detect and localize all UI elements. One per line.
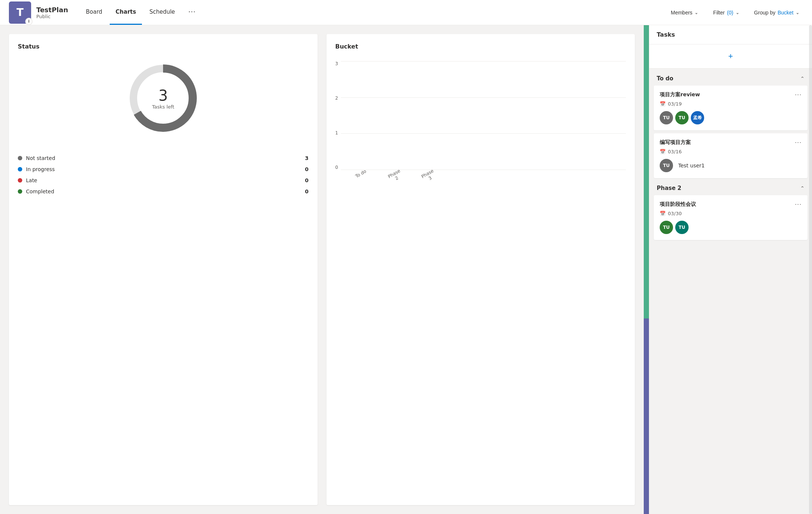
group-by-label: Group by (754, 10, 776, 16)
app-title: TestPlan (36, 6, 68, 14)
x-labels: To do Phase 2 Phase 3 (341, 170, 626, 183)
app-title-group: TestPlan Public (36, 6, 68, 19)
bucket-chart-card: Bucket 0 1 2 3 (327, 34, 635, 505)
status-legend: Not started 3 In progress 0 Late 0 (18, 155, 309, 194)
task-2-name: 编写项目方案 (660, 139, 691, 146)
bucket-phase2-chevron-icon: ⌃ (800, 185, 805, 191)
y-axis: 0 1 2 3 (335, 61, 338, 183)
members-label: Members (671, 10, 692, 16)
info-badge[interactable]: i (25, 18, 33, 25)
task-phase2-1-calendar-icon: 📅 (660, 211, 666, 216)
y-label-1: 1 (335, 130, 338, 136)
bucket-phase2-name: Phase 2 (657, 185, 682, 191)
add-task-row: + (649, 44, 812, 69)
in-progress-count: 0 (305, 166, 309, 172)
task-phase2-1-avatar-2: TU (675, 221, 689, 234)
task-phase2-1-date: 03/30 (668, 211, 682, 216)
task-1-meta: 📅 03/19 (660, 101, 802, 107)
scrollbar (809, 25, 812, 514)
tasks-content: To do ⌃ 项目方案review ··· 📅 03/19 (649, 71, 812, 514)
completed-label: Completed (26, 188, 301, 194)
task-1-calendar-icon: 📅 (660, 101, 666, 107)
completed-dot (18, 189, 22, 194)
status-chart-title: Status (18, 43, 309, 50)
y-label-3: 3 (335, 61, 338, 66)
task-1-more-button[interactable]: ··· (795, 91, 802, 99)
task-phase2-1-assignees: TU TU (660, 221, 802, 234)
y-label-2: 2 (335, 96, 338, 101)
donut-text: Tasks left (152, 104, 174, 110)
legend-item-late: Late 0 (18, 177, 309, 183)
group-by-chevron-icon: ⌄ (796, 10, 799, 15)
bucket-chart-area: 0 1 2 3 (335, 57, 626, 183)
task-2-calendar-icon: 📅 (660, 149, 666, 154)
y-label-0: 0 (335, 165, 338, 170)
task-2-assignees: TU Test user1 (660, 159, 802, 172)
bars-row (341, 61, 626, 170)
bucket-todo-chevron-icon: ⌃ (800, 76, 805, 81)
app-subtitle: Public (36, 14, 68, 19)
bucket-phase2: Phase 2 ⌃ 项目阶段性会议 ··· 📅 03/30 T (654, 181, 808, 240)
tab-schedule[interactable]: Schedule (143, 0, 181, 25)
task-1-avatar-2: TU (675, 111, 689, 124)
task-card-2: 编写项目方案 ··· 📅 03/16 TU Test user1 (654, 133, 808, 178)
task-1-date: 03/19 (668, 101, 682, 107)
legend-item-completed: Completed 0 (18, 188, 309, 194)
task-2-meta: 📅 03/16 (660, 149, 802, 154)
members-button[interactable]: Members ⌄ (667, 7, 702, 18)
bucket-todo: To do ⌃ 项目方案review ··· 📅 03/19 (654, 71, 808, 178)
tasks-header: Tasks (649, 25, 812, 44)
task-phase2-1-name: 项目阶段性会议 (660, 201, 696, 208)
task-2-assignee-name: Test user1 (678, 163, 705, 168)
tab-board[interactable]: Board (80, 0, 108, 25)
not-started-label: Not started (26, 155, 301, 161)
x-label-phase2: Phase 2 (387, 168, 405, 184)
task-1-avatar-3: 孟希 (691, 111, 704, 124)
status-donut-svg: 3 Tasks left (122, 57, 204, 139)
bucket-todo-name: To do (657, 75, 673, 82)
not-started-dot (18, 156, 22, 160)
donut-label: 3 Tasks left (152, 87, 174, 110)
charts-area: Status 3 Tasks left (0, 25, 644, 514)
filter-label: Filter (713, 10, 725, 16)
members-chevron-icon: ⌄ (695, 10, 698, 15)
filter-chevron-icon: ⌄ (736, 10, 739, 15)
task-2-more-button[interactable]: ··· (795, 139, 802, 146)
legend-item-not-started: Not started 3 (18, 155, 309, 161)
legend-item-in-progress: In progress 0 (18, 166, 309, 172)
bucket-chart-title: Bucket (335, 43, 626, 50)
status-chart-card: Status 3 Tasks left (9, 34, 318, 505)
task-1-assignees: TU TU 孟希 (660, 111, 802, 124)
add-task-button[interactable]: + (725, 50, 737, 62)
completed-count: 0 (305, 188, 309, 194)
tasks-panel: Tasks + To do ⌃ 项目方案review ··· (649, 25, 812, 514)
task-1-name: 项目方案review (660, 91, 700, 98)
header-actions: Members ⌄ Filter (0) ⌄ Group by Bucket ⌄ (667, 7, 803, 18)
app-header: T i TestPlan Public Board Charts Schedul… (0, 0, 812, 25)
late-label: Late (26, 177, 301, 183)
tab-more[interactable]: ··· (182, 0, 202, 25)
bucket-phase2-header[interactable]: Phase 2 ⌃ (654, 181, 808, 195)
tasks-panel-title: Tasks (657, 31, 675, 38)
bucket-todo-header[interactable]: To do ⌃ (654, 71, 808, 86)
group-by-button[interactable]: Group by Bucket ⌄ (750, 7, 803, 18)
tab-charts[interactable]: Charts (110, 0, 142, 25)
group-by-value: Bucket (778, 10, 793, 16)
in-progress-label: In progress (26, 166, 301, 172)
main-content: Status 3 Tasks left (0, 25, 812, 514)
filter-button[interactable]: Filter (0) ⌄ (709, 7, 743, 18)
logo-letter: T (16, 6, 23, 19)
status-donut-container: 3 Tasks left Not started 3 In progress 0 (18, 57, 309, 194)
late-count: 0 (305, 177, 309, 183)
task-card-1: 项目方案review ··· 📅 03/19 TU TU (654, 86, 808, 130)
app-logo: T i (9, 1, 31, 24)
filter-count: (0) (727, 10, 733, 16)
x-label-phase3: Phase 3 (420, 168, 438, 184)
task-2-avatar-1: TU (660, 159, 673, 172)
nav-tabs: Board Charts Schedule ··· (80, 0, 667, 25)
late-dot (18, 178, 22, 183)
task-2-date: 03/16 (668, 149, 682, 154)
task-phase2-1-more-button[interactable]: ··· (795, 201, 802, 208)
donut-number: 3 (152, 87, 174, 104)
task-phase2-1-avatar-1: TU (660, 221, 673, 234)
